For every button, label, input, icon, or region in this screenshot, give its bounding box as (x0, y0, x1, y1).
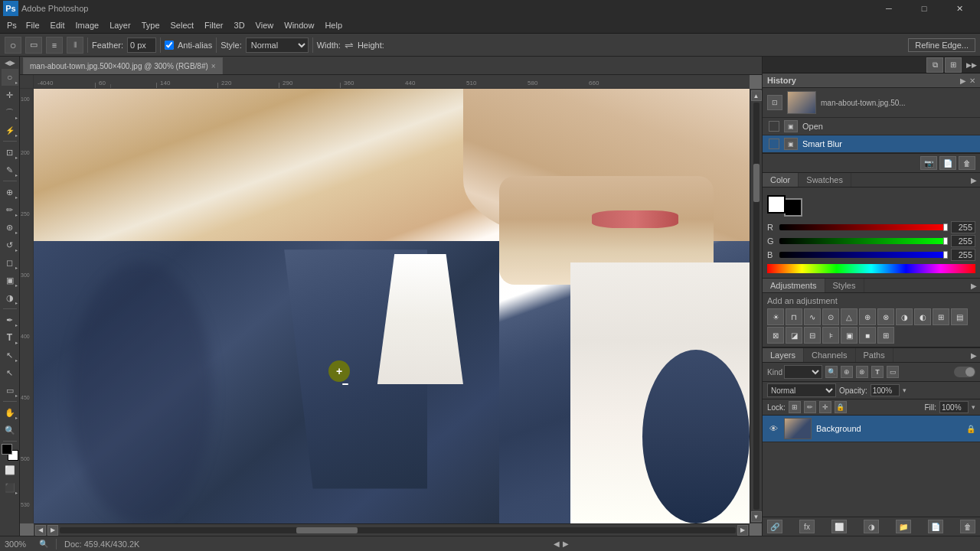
scroll-play-btn[interactable]: ▶ (47, 525, 58, 536)
scroll-down-btn[interactable]: ▼ (751, 511, 762, 522)
clone-stamp-tool-btn[interactable]: ⊛▸ (2, 219, 18, 236)
layers-adj-icon[interactable]: ⊗ (856, 366, 868, 378)
b-value[interactable] (951, 249, 975, 261)
layer-new-btn[interactable]: 📄 (928, 520, 943, 533)
kind-select[interactable] (784, 365, 822, 379)
dodge-tool-btn[interactable]: ◑▸ (2, 289, 18, 306)
layer-delete-btn[interactable]: 🗑 (960, 520, 975, 533)
tab-channels[interactable]: Channels (804, 348, 855, 362)
layer-item-background[interactable]: 👁 Background 🔒 (763, 416, 980, 442)
tab-layers[interactable]: Layers (763, 348, 804, 362)
lock-all-btn[interactable]: 🔒 (835, 401, 847, 413)
scrollbar-horizontal[interactable]: ◀ ▶ ▶ (34, 523, 750, 536)
opacity-stepper[interactable]: ▾ (903, 386, 906, 394)
fill-value[interactable] (939, 401, 969, 413)
color-panel-menu[interactable]: ▶ (968, 176, 980, 184)
path-select-tool-btn[interactable]: ↖▸ (2, 347, 18, 364)
zoom-icon[interactable]: 🔍 (39, 540, 48, 548)
collapse-left-icon[interactable]: ◀▶ (5, 59, 15, 67)
shape-tool-btn[interactable]: ▭▸ (2, 382, 18, 399)
history-new-snapshot-btn[interactable]: 📷 (920, 156, 937, 170)
adj-huesat[interactable]: ⊕ (859, 308, 876, 325)
menu-help[interactable]: Help (319, 19, 348, 31)
layer-adj-btn[interactable]: ◑ (864, 520, 879, 533)
layer-visibility-eye[interactable]: 👁 (767, 422, 779, 435)
ellipse-marquee-tool[interactable]: ○ (5, 37, 21, 54)
tab-adjustments[interactable]: Adjustments (763, 279, 825, 292)
right-collapse-icon[interactable]: ▶▶ (966, 61, 977, 69)
menu-image[interactable]: Image (70, 19, 105, 31)
tab-swatches[interactable]: Swatches (799, 173, 851, 187)
quick-mask-btn[interactable]: ⬜ (2, 461, 18, 478)
type-tool-btn[interactable]: T▸ (2, 329, 18, 346)
eraser-tool-btn[interactable]: ◻▸ (2, 254, 18, 271)
move-tool-btn[interactable]: ✛ (2, 86, 18, 103)
lasso-tool-btn[interactable]: ⌒▸ (2, 104, 18, 121)
adj-curves[interactable]: ∿ (804, 308, 821, 325)
tab-styles[interactable]: Styles (825, 279, 864, 292)
antialias-checkbox[interactable] (165, 41, 174, 50)
scrollbar-vertical[interactable]: ▲ ▼ (750, 89, 762, 523)
playback-back-btn[interactable]: ◀ (554, 540, 560, 548)
adj-invert[interactable]: ◪ (786, 327, 802, 344)
adj-colorbalance[interactable]: ⊗ (877, 308, 894, 325)
adj-photofilter[interactable]: ◐ (914, 308, 931, 325)
eyedropper-tool-btn[interactable]: ✎▸ (2, 161, 18, 178)
brush-tool-btn[interactable]: ✏▸ (2, 201, 18, 218)
single-row-tool[interactable]: ≡ (46, 37, 63, 54)
ellipse-marquee-tool-btn[interactable]: ○▸ (2, 69, 18, 86)
menu-layer[interactable]: Layer (104, 19, 136, 31)
adj-solidcolor[interactable]: ■ (859, 327, 876, 344)
feather-input[interactable] (127, 37, 156, 53)
foreground-color[interactable] (767, 195, 786, 214)
menu-view[interactable]: View (250, 19, 279, 31)
panel-icon-1[interactable]: ⧉ (926, 57, 943, 73)
adj-bw[interactable]: ◑ (896, 308, 913, 325)
fill-stepper[interactable]: ▾ (972, 403, 975, 411)
adj-exposure[interactable]: ⊙ (822, 308, 839, 325)
history-brush-tool-btn[interactable]: ↺▸ (2, 236, 18, 253)
adj-posterize[interactable]: ⊟ (804, 327, 821, 344)
scroll-track-h[interactable] (60, 527, 736, 533)
r-value[interactable] (951, 221, 975, 233)
layer-mask-btn[interactable]: ⬜ (831, 520, 847, 533)
layers-filter-icon[interactable]: ⊕ (841, 366, 853, 378)
scroll-thumb-v[interactable] (753, 164, 760, 202)
color-spectrum[interactable] (767, 264, 975, 273)
adj-gradmap[interactable]: ▤ (951, 308, 968, 325)
lock-transparent-btn[interactable]: ⊞ (789, 401, 801, 413)
single-col-tool[interactable]: ⦀ (67, 37, 83, 54)
adj-gradientfill[interactable]: ▣ (841, 327, 858, 344)
zoom-tool-btn[interactable]: 🔍 (2, 422, 18, 439)
zoom-cursor[interactable]: + (328, 360, 350, 382)
playback-forward-btn[interactable]: ▶ (563, 540, 569, 548)
maximize-button[interactable]: □ (906, 0, 942, 17)
scroll-thumb-h[interactable] (296, 527, 358, 533)
lock-position-btn[interactable]: ✛ (819, 401, 831, 413)
adj-levels[interactable]: ⊓ (786, 308, 802, 325)
menu-window[interactable]: Window (279, 19, 319, 31)
direct-select-tool-btn[interactable]: ↖ (2, 364, 18, 381)
history-menu-icon[interactable]: ▶ (960, 77, 966, 85)
fg-bg-colors[interactable] (2, 444, 18, 461)
crop-tool-btn[interactable]: ⊡▸ (2, 144, 18, 161)
adj-panel-menu[interactable]: ▶ (968, 282, 980, 290)
width-swap-icon[interactable]: ⇌ (345, 39, 354, 51)
file-tab[interactable]: man-about-town.jpg.500×400.jpg @ 300% (R… (23, 57, 223, 74)
menu-ps[interactable]: Ps (3, 19, 21, 31)
menu-file[interactable]: File (21, 19, 45, 31)
tab-paths[interactable]: Paths (856, 348, 893, 362)
quick-select-tool-btn[interactable]: ⚡▸ (2, 122, 18, 139)
adj-pattern[interactable]: ⊞ (877, 327, 894, 344)
screen-mode-btn[interactable]: ⬛▸ (2, 479, 18, 496)
lock-paint-btn[interactable]: ✏ (804, 401, 816, 413)
history-close-icon[interactable]: ✕ (969, 77, 975, 85)
tab-close-icon[interactable]: × (211, 62, 216, 70)
history-item-smartblur[interactable]: ▣ Smart Blur (763, 135, 980, 153)
close-button[interactable]: ✕ (942, 0, 977, 17)
scroll-left-btn[interactable]: ◀ (35, 525, 46, 536)
canvas-image[interactable]: + (34, 89, 750, 523)
tab-color[interactable]: Color (763, 173, 799, 187)
history-panel-header[interactable]: History ▶ ✕ (763, 73, 980, 88)
g-value[interactable] (951, 235, 975, 247)
